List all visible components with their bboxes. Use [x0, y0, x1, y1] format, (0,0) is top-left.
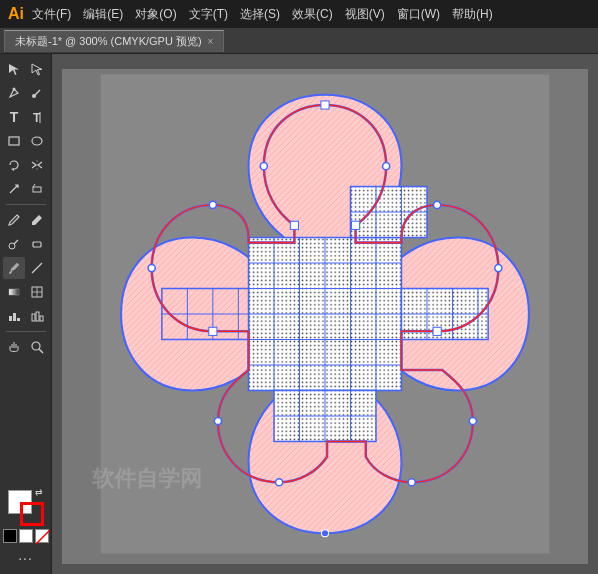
stroke-fill-indicator[interactable]: ⇄	[8, 490, 44, 526]
swap-colors-icon[interactable]: ⇄	[35, 487, 47, 499]
tool-row-1	[3, 58, 48, 80]
svg-point-5	[32, 137, 42, 145]
separator-2	[6, 331, 46, 332]
rectangle-tool[interactable]	[3, 130, 25, 152]
menu-object[interactable]: 对象(O)	[135, 6, 176, 23]
svg-line-24	[36, 530, 50, 544]
artwork-canvas[interactable]	[52, 54, 598, 574]
pencil-tool[interactable]	[26, 209, 48, 231]
svg-rect-79	[209, 327, 217, 335]
ai-logo: Ai	[8, 5, 24, 23]
svg-point-0	[13, 88, 16, 91]
eraser-tool[interactable]	[26, 233, 48, 255]
gradient-tool[interactable]	[3, 281, 25, 303]
svg-rect-78	[433, 327, 441, 335]
svg-point-67	[434, 201, 441, 208]
quick-swatches	[3, 529, 49, 543]
none-swatch[interactable]	[35, 529, 49, 543]
bar-chart-tool[interactable]	[3, 305, 25, 327]
menu-select[interactable]: 选择(S)	[240, 6, 280, 23]
svg-rect-12	[9, 289, 19, 295]
svg-rect-4	[9, 137, 19, 145]
svg-point-1	[32, 94, 36, 98]
svg-point-64	[148, 265, 155, 272]
svg-point-71	[469, 417, 476, 424]
title-bar: Ai 文件(F) 编辑(E) 对象(O) 文字(T) 选择(S) 效果(C) 视…	[0, 0, 598, 28]
svg-rect-76	[290, 221, 298, 229]
more-tools-indicator[interactable]: ···	[18, 550, 33, 566]
chart-tool[interactable]	[26, 305, 48, 327]
stroke-swatch[interactable]	[20, 502, 44, 526]
svg-point-73	[408, 479, 415, 486]
tab-close-button[interactable]: ×	[208, 36, 214, 47]
svg-rect-18	[17, 318, 20, 321]
black-swatch[interactable]	[3, 529, 17, 543]
tab-title: 未标题-1* @ 300% (CMYK/GPU 预览)	[15, 34, 202, 49]
svg-rect-75	[321, 101, 329, 109]
zoom-tool[interactable]	[26, 336, 48, 358]
menu-text[interactable]: 文字(T)	[189, 6, 228, 23]
vertical-type-tool[interactable]: T	[26, 106, 48, 128]
svg-point-61	[383, 163, 390, 170]
svg-point-70	[214, 417, 221, 424]
mesh-tool[interactable]	[26, 281, 48, 303]
hand-tool[interactable]	[3, 336, 25, 358]
tool-row-7	[3, 209, 48, 231]
tool-row-11	[3, 305, 48, 327]
menu-window[interactable]: 窗口(W)	[397, 6, 440, 23]
scale-tool[interactable]	[3, 178, 25, 200]
menu-effect[interactable]: 效果(C)	[292, 6, 333, 23]
menu-help[interactable]: 帮助(H)	[452, 6, 493, 23]
svg-point-74	[321, 530, 328, 537]
reflect-tool[interactable]	[26, 154, 48, 176]
svg-rect-17	[13, 313, 16, 321]
tool-row-8	[3, 233, 48, 255]
svg-line-11	[32, 271, 34, 273]
eyedropper-tool[interactable]	[3, 257, 25, 279]
tool-row-12	[3, 336, 48, 358]
svg-rect-21	[40, 316, 43, 321]
rotate-tool[interactable]	[3, 154, 25, 176]
svg-rect-9	[33, 242, 41, 247]
ellipse-tool[interactable]	[26, 130, 48, 152]
pen-tool[interactable]	[3, 82, 25, 104]
separator-1	[6, 204, 46, 205]
paintbrush-tool[interactable]	[3, 209, 25, 231]
tool-row-3: T T	[3, 106, 48, 128]
menu-file[interactable]: 文件(F)	[32, 6, 71, 23]
svg-point-65	[495, 265, 502, 272]
svg-point-72	[276, 479, 283, 486]
measure-tool[interactable]	[26, 257, 48, 279]
blob-brush-tool[interactable]	[3, 233, 25, 255]
white-swatch[interactable]	[19, 529, 33, 543]
svg-rect-19	[32, 314, 35, 321]
tool-row-2	[3, 82, 48, 104]
svg-point-66	[209, 201, 216, 208]
color-area: ⇄ ···	[0, 486, 52, 570]
svg-rect-7	[33, 187, 41, 192]
canvas-area[interactable]: 软件自学网	[52, 54, 598, 574]
svg-rect-16	[9, 316, 12, 321]
tool-row-10	[3, 281, 48, 303]
menu-view[interactable]: 视图(V)	[345, 6, 385, 23]
svg-rect-77	[352, 221, 360, 229]
svg-point-22	[32, 342, 40, 350]
type-tool[interactable]: T	[3, 106, 25, 128]
shear-tool[interactable]	[26, 178, 48, 200]
menu-edit[interactable]: 编辑(E)	[83, 6, 123, 23]
menu-bar: 文件(F) 编辑(E) 对象(O) 文字(T) 选择(S) 效果(C) 视图(V…	[32, 6, 493, 23]
svg-rect-20	[36, 312, 39, 321]
tool-row-6	[3, 178, 48, 200]
anchor-tool[interactable]	[26, 82, 48, 104]
tab-bar: 未标题-1* @ 300% (CMYK/GPU 预览) ×	[0, 28, 598, 54]
tool-row-4	[3, 130, 48, 152]
active-tab[interactable]: 未标题-1* @ 300% (CMYK/GPU 预览) ×	[4, 30, 224, 52]
tool-row-9	[3, 257, 48, 279]
direct-selection-tool[interactable]	[26, 58, 48, 80]
selection-tool[interactable]	[3, 58, 25, 80]
svg-line-23	[39, 349, 43, 353]
main-layout: T T	[0, 54, 598, 574]
left-toolbar: T T	[0, 54, 52, 574]
tool-row-5	[3, 154, 48, 176]
svg-point-60	[260, 163, 267, 170]
